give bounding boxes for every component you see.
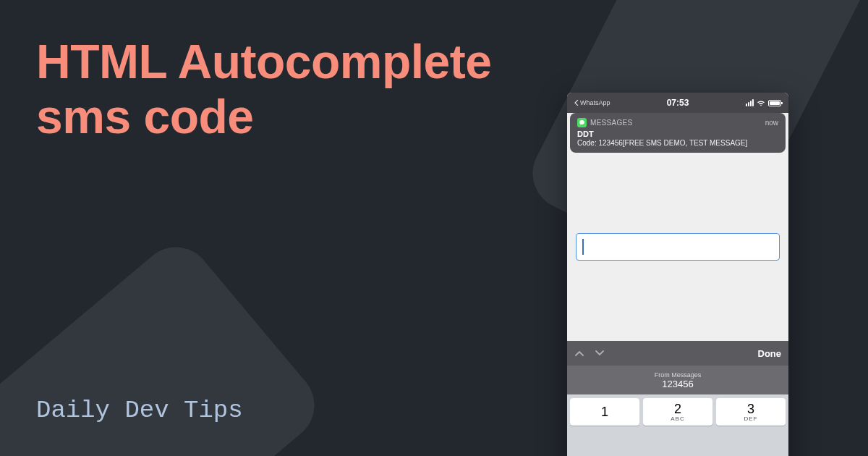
notification-app-name: MESSAGES <box>590 119 633 127</box>
status-time: 07:53 <box>667 98 689 108</box>
chevron-left-icon <box>574 100 579 106</box>
notification-body: Code: 123456[FREE SMS DEMO, TEST MESSAGE… <box>577 139 778 147</box>
autofill-suggestion[interactable]: From Messages 123456 <box>567 366 788 394</box>
page-title: HTML Autocomplete sms code <box>36 35 492 145</box>
page-content <box>567 153 788 341</box>
text-cursor <box>582 239 584 255</box>
signal-icon <box>746 99 754 106</box>
wifi-icon <box>757 100 765 106</box>
status-bar: WhatsApp 07:53 <box>567 93 788 113</box>
back-to-app[interactable]: WhatsApp <box>574 99 610 106</box>
autofill-source-label: From Messages <box>655 371 702 379</box>
back-app-label: WhatsApp <box>580 99 610 106</box>
keypad-key-3[interactable]: 3 DEF <box>716 398 786 426</box>
keyboard-accessory-bar: Done <box>567 341 788 366</box>
messages-app-icon <box>577 118 587 127</box>
keypad-key-1[interactable]: 1 <box>570 398 639 426</box>
numeric-keypad: 1 2 ABC 3 DEF <box>567 394 788 456</box>
sms-notification-banner[interactable]: MESSAGES now DDT Code: 123456[FREE SMS D… <box>570 113 786 153</box>
otp-input[interactable] <box>576 233 780 261</box>
autofill-code-value: 123456 <box>662 379 693 389</box>
headline-line-1: HTML Autocomplete <box>36 35 492 88</box>
status-indicators <box>746 99 781 106</box>
form-nav-arrows <box>574 350 605 357</box>
notification-timestamp: now <box>765 119 778 127</box>
notification-title: DDT <box>577 130 778 138</box>
keypad-key-2[interactable]: 2 ABC <box>643 398 712 426</box>
done-button[interactable]: Done <box>758 348 782 359</box>
chevron-up-icon[interactable] <box>574 350 584 357</box>
headline-line-2: sms code <box>36 90 253 143</box>
phone-mockup: WhatsApp 07:53 MESSAGES now DDT Code: 12… <box>567 93 788 456</box>
notification-header: MESSAGES now <box>577 118 778 127</box>
battery-icon <box>768 100 781 106</box>
site-name: Daily Dev Tips <box>36 397 243 424</box>
chevron-down-icon[interactable] <box>595 350 605 357</box>
